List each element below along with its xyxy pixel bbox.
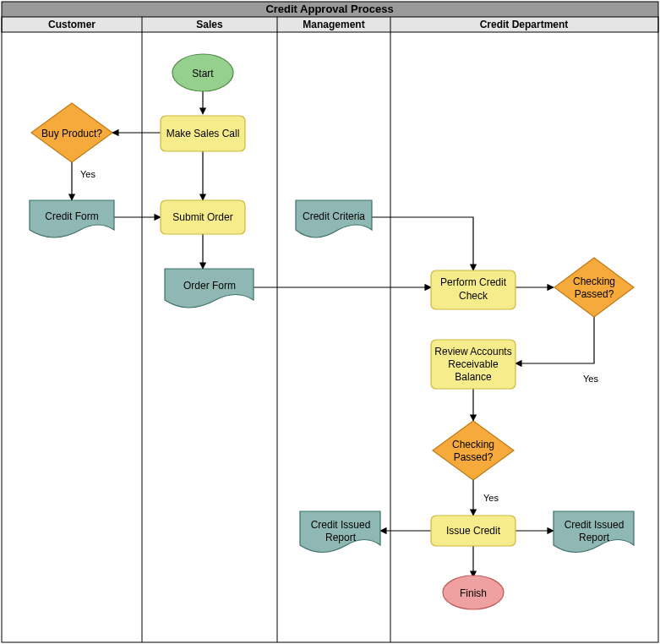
- lane-headers: Customer Sales Management Credit Departm…: [2, 17, 658, 32]
- finish-node: Finish: [443, 576, 504, 609]
- diagram-title: Credit Approval Process: [265, 3, 393, 15]
- submit-order-node: Submit Order: [161, 200, 245, 234]
- svg-text:Passed?: Passed?: [454, 451, 494, 463]
- svg-text:Make Sales Call: Make Sales Call: [166, 128, 240, 139]
- credit-issued-report-left-document: Credit Issued Report: [300, 511, 380, 553]
- lane-header-customer: Customer: [48, 19, 95, 30]
- svg-text:Balance: Balance: [455, 371, 492, 383]
- perform-credit-check-node: Perform Credit Check: [431, 270, 515, 309]
- svg-text:Credit Criteria: Credit Criteria: [303, 210, 365, 222]
- svg-marker-30: [433, 421, 514, 480]
- checking-passed-2-decision: Checking Passed?: [433, 421, 514, 480]
- svg-text:Finish: Finish: [460, 587, 487, 599]
- lane-header-management: Management: [303, 19, 364, 30]
- svg-text:Perform Credit: Perform Credit: [440, 276, 507, 288]
- checking-passed-1-decision: Checking Passed?: [554, 258, 634, 317]
- edge-label-yes-2: Yes: [583, 374, 598, 384]
- svg-marker-23: [554, 258, 634, 317]
- credit-form-document: Credit Form: [30, 200, 114, 237]
- svg-text:Start: Start: [192, 68, 214, 79]
- svg-text:Review Accounts: Review Accounts: [434, 346, 511, 357]
- svg-text:Submit Order: Submit Order: [172, 211, 232, 223]
- svg-text:Issue Credit: Issue Credit: [446, 525, 501, 537]
- svg-text:Checking: Checking: [573, 276, 615, 287]
- svg-text:Order Form: Order Form: [183, 280, 236, 292]
- credit-issued-report-right-document: Credit Issued Report: [554, 511, 634, 553]
- lane-header-sales: Sales: [196, 19, 223, 30]
- make-sales-call-node: Make Sales Call: [161, 116, 245, 151]
- svg-text:Check: Check: [459, 290, 488, 302]
- svg-text:Report: Report: [579, 532, 610, 543]
- svg-text:Passed?: Passed?: [575, 288, 614, 300]
- svg-text:Buy Product?: Buy Product?: [41, 128, 102, 139]
- svg-text:Credit Form: Credit Form: [45, 210, 98, 222]
- svg-text:Receivable: Receivable: [448, 358, 499, 370]
- svg-text:Credit Issued: Credit Issued: [311, 519, 371, 531]
- edge-label-yes-1: Yes: [80, 169, 95, 179]
- credit-criteria-document: Credit Criteria: [296, 200, 372, 237]
- svg-text:Checking: Checking: [452, 439, 494, 450]
- svg-text:Report: Report: [325, 532, 357, 543]
- order-form-document: Order Form: [165, 269, 254, 308]
- start-node: Start: [172, 54, 233, 91]
- svg-text:Credit Issued: Credit Issued: [565, 519, 625, 531]
- edges: Yes Yes Yes: [72, 88, 598, 577]
- lane-header-credit: Credit Department: [480, 19, 569, 30]
- review-ar-node: Review Accounts Receivable Balance: [431, 340, 515, 389]
- buy-product-decision: Buy Product?: [31, 103, 112, 162]
- issue-credit-node: Issue Credit: [431, 516, 515, 546]
- edge-label-yes-3: Yes: [483, 493, 499, 503]
- swimlane-diagram: Credit Approval Process Customer Sales M…: [0, 0, 660, 644]
